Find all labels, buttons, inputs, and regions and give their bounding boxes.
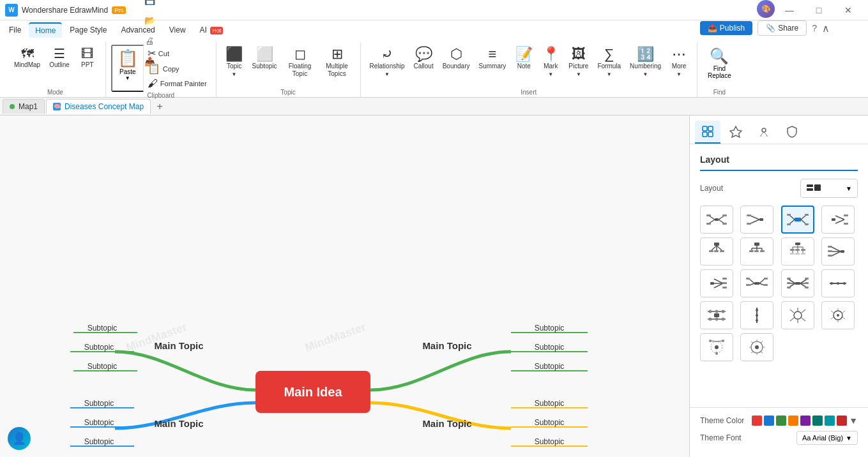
mark-label: Mark: [544, 63, 558, 70]
close-btn[interactable]: ✕: [834, 0, 863, 20]
layout-option-4[interactable]: [700, 237, 733, 266]
find-replace-btn[interactable]: 🔍 FindReplace: [703, 45, 736, 82]
multiple-topics-btn[interactable]: ⊞ Multiple Topics: [319, 45, 355, 80]
layout-option-7[interactable]: [821, 237, 855, 266]
ribbon-find-items: 🔍 FindReplace: [703, 42, 736, 89]
panel-tab-style[interactable]: [723, 121, 749, 144]
save-btn[interactable]: 💾: [135, 0, 164, 10]
minimize-btn[interactable]: —: [775, 0, 804, 20]
color-swatch-orange[interactable]: [788, 416, 798, 426]
note-btn[interactable]: 📝 Note: [511, 45, 537, 73]
copy-btn[interactable]: 📋 Copy: [144, 61, 211, 76]
color-swatch-purple[interactable]: [800, 416, 811, 426]
summary-btn[interactable]: ≡ Summary: [475, 45, 510, 73]
collapse-btn[interactable]: ∧: [822, 22, 830, 34]
layout-option-17[interactable]: [740, 333, 773, 361]
layout-dropdown[interactable]: ▼: [800, 179, 858, 198]
theme-color-dropdown-arrow[interactable]: ▼: [849, 416, 858, 426]
tab-map1[interactable]: Map1: [3, 99, 45, 114]
layout-option-15[interactable]: [821, 301, 855, 329]
formula-btn[interactable]: ∑ Formula ▼: [593, 45, 625, 80]
theme-colors-swatches[interactable]: ▼: [752, 416, 858, 426]
svg-rect-12: [706, 223, 711, 225]
layout-option-6[interactable]: [781, 237, 814, 266]
callout-btn[interactable]: 💬 Callout: [410, 45, 438, 73]
share-button[interactable]: 📎 Share: [758, 20, 807, 36]
layout-option-5[interactable]: [740, 237, 773, 266]
svg-point-118: [756, 314, 758, 317]
layout-option-8[interactable]: [700, 269, 733, 297]
svg-line-130: [842, 311, 845, 313]
color-swatch-darkred[interactable]: [837, 416, 847, 426]
color-swatch-cyan[interactable]: [825, 416, 835, 426]
ppt-btn[interactable]: 🎞 PPT: [75, 45, 100, 71]
relationship-btn[interactable]: ⤾ Relationship ▼: [366, 45, 409, 80]
cut-btn[interactable]: ✂ Cut: [144, 46, 211, 61]
menu-tab-view[interactable]: View: [163, 23, 192, 37]
more-btn[interactable]: ⋯ More ▼: [666, 45, 692, 80]
color-swatch-teal[interactable]: [812, 416, 823, 426]
svg-rect-80: [722, 287, 727, 288]
avatar[interactable]: 🎨: [757, 0, 775, 18]
menu-tab-home[interactable]: Home: [29, 22, 62, 38]
paste-btn[interactable]: 📋 Paste ▼: [111, 45, 144, 92]
layout-option-9[interactable]: [740, 269, 773, 297]
mindmap-btn[interactable]: 🗺 MindMap: [10, 45, 44, 71]
color-swatch-red[interactable]: [752, 416, 762, 426]
picture-btn[interactable]: 🖼 Picture ▼: [565, 45, 592, 80]
layout-row: Layout ▼: [700, 179, 858, 198]
help-button[interactable]: ?: [812, 23, 817, 33]
numbering-btn[interactable]: 🔢 Numbering ▼: [626, 45, 665, 80]
outline-icon: ☰: [54, 47, 65, 60]
location-tab-icon: [758, 125, 770, 138]
main-idea-text: Main Idea: [284, 385, 342, 399]
topic-btn[interactable]: ⬛ Topic ▼: [222, 45, 247, 80]
svg-rect-74: [710, 282, 714, 285]
layout-option-13[interactable]: [740, 301, 773, 329]
panel-tab-protect[interactable]: [779, 121, 805, 144]
panel-tab-layout[interactable]: [695, 121, 720, 144]
add-tab-btn[interactable]: +: [152, 99, 167, 114]
canvas[interactable]: MindMaster MindMaster Main Idea Main Top…: [0, 116, 689, 457]
floating-topic-label: Floating Topic: [286, 63, 314, 78]
svg-rect-8: [715, 218, 719, 221]
maximize-btn[interactable]: □: [804, 0, 834, 20]
boundary-btn[interactable]: ⬡ Boundary: [439, 45, 474, 73]
layout-option-2[interactable]: [781, 206, 814, 234]
svg-rect-36: [714, 243, 719, 246]
layout-option-16[interactable]: [700, 333, 733, 361]
layout-option-10[interactable]: [781, 269, 814, 297]
floating-topic-btn[interactable]: ◻ Floating Topic: [282, 45, 318, 80]
boundary-label: Boundary: [443, 63, 470, 70]
avatar-image: 🎨: [757, 0, 775, 18]
format-painter-btn[interactable]: 🖌 Format Painter: [144, 77, 211, 91]
canvas-avatar[interactable]: 👤: [8, 427, 31, 450]
mark-btn[interactable]: 📍 Mark ▼: [538, 45, 563, 80]
relationship-arrow: ▼: [385, 71, 390, 77]
color-swatch-green[interactable]: [776, 416, 786, 426]
user-avatar-icon[interactable]: 👤: [8, 427, 31, 450]
layout-option-14[interactable]: [781, 301, 814, 329]
menu-tab-advanced[interactable]: Advanced: [114, 23, 161, 37]
menu-tab-pagestyle[interactable]: Page Style: [63, 23, 113, 37]
svg-rect-40: [720, 250, 724, 252]
color-swatch-blue[interactable]: [764, 416, 774, 426]
svg-rect-59: [795, 249, 800, 251]
menu-tab-ai[interactable]: AI Hot: [194, 23, 230, 37]
layout-option-3[interactable]: [821, 206, 855, 234]
topic-label: Topic: [227, 63, 241, 70]
layout-option-11[interactable]: [821, 269, 855, 297]
outline-btn[interactable]: ☰ Outline: [45, 45, 73, 71]
layout-option-12[interactable]: [700, 301, 733, 329]
tab-diseases[interactable]: 🧠 Diseases Concept Map: [46, 99, 151, 114]
insert-group-label: Insert: [521, 89, 537, 97]
layout-option-1[interactable]: [740, 206, 773, 234]
publish-button[interactable]: 📤 Publish: [700, 21, 752, 35]
menu-tab-file[interactable]: File: [3, 23, 27, 37]
layout-option-0[interactable]: [700, 206, 733, 234]
panel-tab-location[interactable]: [751, 121, 777, 144]
svg-rect-64: [790, 253, 795, 255]
find-group-label: Find: [713, 89, 726, 97]
subtopic-btn[interactable]: ⬜ Subtopic: [248, 45, 281, 73]
theme-font-dropdown[interactable]: Aa Arial (Big) ▼: [796, 431, 858, 445]
